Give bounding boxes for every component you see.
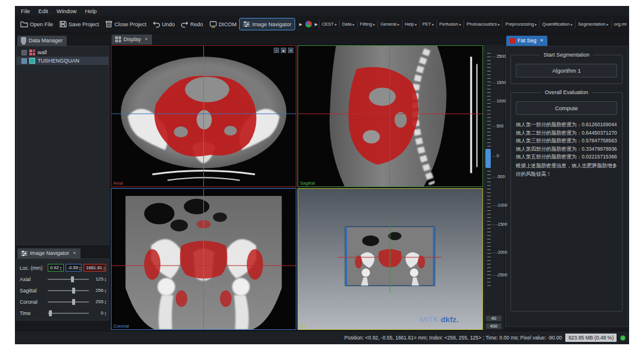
loc-z-spinbox[interactable]: 1661.61▴▾ (83, 264, 106, 272)
axial-render-window[interactable]: ▪ ■ ✕ Axial (111, 45, 296, 187)
data-node-tushengquan[interactable]: TUSHENGQUAN (17, 57, 109, 65)
data-node-label: TUSHENGQUAN (38, 58, 79, 64)
loc-x-spinbox[interactable]: 0.92▴▾ (48, 264, 64, 272)
view-menu-fitting[interactable]: Fitting▸ (357, 20, 377, 28)
view-menu-perfusion-label: Perfusion (439, 21, 459, 27)
time-slider-handle[interactable] (49, 310, 52, 316)
open-file-button[interactable]: Open File (17, 18, 56, 30)
undo-button[interactable]: Undo (150, 18, 178, 30)
axial-slider[interactable] (48, 276, 89, 282)
dicom-label: DICOM (219, 21, 237, 27)
threed-view-label: 3D (300, 323, 306, 329)
view-menu-example-label: org.mitk.views.example (614, 21, 627, 27)
view-menu-perfusion[interactable]: Perfusion▸ (436, 20, 464, 28)
menu-window[interactable]: Window (57, 8, 77, 14)
coronal-view-label: Coronal (113, 323, 129, 329)
loc-y-spinbox[interactable]: -0.55▴▾ (66, 264, 82, 272)
compute-button[interactable]: Compute (516, 101, 617, 115)
menu-bar: File Edit Window Help (15, 6, 629, 15)
result-line: 病人第二部分的脂肪密度为：0.6445037127096894 (516, 129, 617, 138)
time-slider[interactable] (48, 310, 89, 316)
coronal-render-window[interactable]: Coronal (111, 188, 296, 330)
save-project-icon (59, 20, 67, 28)
axial-view-label: Axial (113, 180, 123, 186)
close-icon[interactable]: ✕ (145, 37, 148, 42)
overflow-right-arrow-icon[interactable]: ▶ (315, 22, 318, 27)
view-menu-help[interactable]: Help▸ (402, 20, 419, 28)
window-value[interactable]: 400 (486, 323, 501, 329)
spin-down-icon[interactable]: ▾ (104, 291, 106, 293)
visibility-checkbox[interactable] (21, 50, 27, 55)
image-navigator-label: Image Navigator (252, 21, 292, 27)
view-menu-cest-label: CEST (322, 21, 334, 27)
redo-icon (181, 20, 188, 28)
level-window-handle[interactable] (485, 149, 491, 168)
spin-down-icon[interactable]: ▾ (104, 302, 106, 304)
coronal-slider-value: 255 (95, 299, 103, 304)
spin-down-icon[interactable]: ▾ (79, 268, 81, 270)
save-project-button[interactable]: Save Project (56, 18, 102, 30)
view-menu-pet[interactable]: PET▸ (419, 20, 436, 28)
spin-down-icon[interactable]: ▾ (104, 279, 106, 282)
level-value[interactable]: 40 (486, 316, 501, 321)
spin-down-icon[interactable]: ▾ (60, 268, 62, 270)
tab-image-navigator[interactable]: Image Navigator ✕ (17, 248, 80, 258)
sagittal-slider[interactable] (48, 288, 89, 294)
display-editor: Display ✕ (110, 33, 504, 331)
view-menu-data[interactable]: Data▸ (339, 20, 357, 28)
view-menu-preprocessing[interactable]: Preprocessing▸ (502, 20, 539, 28)
view-menu-general[interactable]: General▸ (377, 20, 402, 28)
tab-fat-seg[interactable]: Fat Seg ✕ (506, 36, 547, 46)
image-navigator-icon (21, 251, 27, 256)
spin-down-icon[interactable]: ▾ (103, 268, 105, 270)
algorithm-1-button[interactable]: Algorithm 1 (516, 64, 617, 77)
tick-label: 2500 (492, 54, 506, 58)
view-menu-quantification[interactable]: Quantification▸ (539, 20, 575, 28)
fullscreen-icon[interactable]: ✕ (288, 48, 293, 53)
sagittal-slider-handle[interactable] (72, 288, 75, 294)
start-segmentation-title: Start Segmentation (540, 52, 593, 58)
loc-label: Loc. (mm) (20, 265, 46, 271)
coronal-slider[interactable] (48, 299, 89, 305)
level-window-slider[interactable]: 2500 1500 1000 500 0 -500 -1000 -1500 -2… (484, 45, 504, 331)
toolbar: Open File Save Project Close Project Und… (15, 15, 629, 33)
close-icon[interactable]: ✕ (540, 38, 544, 43)
spin-down-icon[interactable]: ▾ (104, 313, 106, 316)
view-menu-cest[interactable]: CEST▸ (319, 20, 339, 28)
view-menu-general-label: General (380, 21, 397, 27)
menu-file[interactable]: File (21, 8, 30, 14)
view-menu-help-label: Help (405, 21, 414, 27)
redo-button[interactable]: Redo (178, 18, 206, 30)
sagittal-render-window[interactable]: Sagittal (298, 45, 483, 187)
view-menu-pet-label: PET (422, 21, 431, 27)
axial-slider-handle[interactable] (71, 276, 74, 282)
color-wheel-icon[interactable] (305, 21, 312, 27)
close-project-button[interactable]: Close Project (102, 18, 150, 30)
layout-icon[interactable]: ■ (281, 48, 286, 53)
tick-label: 0 (492, 154, 499, 158)
axial-ct-image (112, 46, 296, 186)
view-menu-example[interactable]: org.mitk.views.example▸ (611, 20, 627, 28)
visibility-checkbox[interactable] (21, 58, 27, 64)
data-node-wall[interactable]: wall (17, 48, 109, 57)
tab-display[interactable]: Display ✕ (112, 35, 152, 45)
pin-icon[interactable]: ▪ (274, 48, 279, 53)
menu-help[interactable]: Help (85, 8, 97, 14)
display-tab-label: Display (123, 36, 141, 42)
close-project-icon (105, 20, 113, 28)
dicom-button[interactable]: DICOM (206, 18, 240, 30)
dkfz-watermark: dkfz. (441, 315, 459, 324)
menu-edit[interactable]: Edit (38, 8, 48, 14)
start-segmentation-group: Start Segmentation Algorithm 1 (510, 55, 623, 84)
close-icon[interactable]: ✕ (73, 251, 76, 256)
close-project-label: Close Project (114, 21, 147, 27)
axial-slider-value: 125 (95, 276, 103, 282)
image-navigator-button[interactable]: Image Navigator (240, 18, 295, 30)
overflow-left-arrow-icon[interactable]: ▶ (299, 22, 302, 27)
view-menu-photoacoustics[interactable]: Photoacoustics▸ (463, 20, 502, 28)
undo-icon (153, 20, 160, 28)
coronal-slider-handle[interactable] (72, 299, 75, 305)
tab-data-manager[interactable]: Data Manager (17, 36, 67, 46)
threed-render-window[interactable]: MITK dkfz. 3D (298, 188, 483, 330)
view-menu-segmentation[interactable]: Segmentation▸ (575, 20, 611, 28)
